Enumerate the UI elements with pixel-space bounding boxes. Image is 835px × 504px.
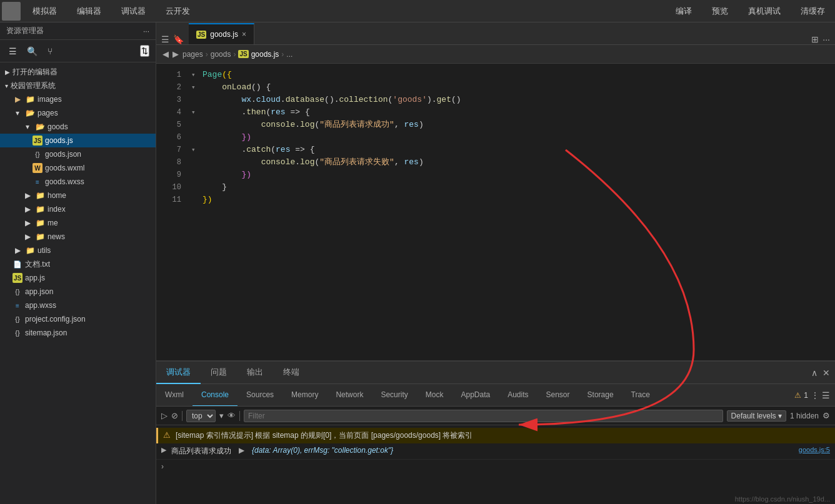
tree-item-app-wxss[interactable]: ≡ app.wxss bbox=[0, 299, 156, 312]
sidebar-more-icon[interactable]: ··· bbox=[143, 27, 149, 36]
code-line-4: 4 ▾ .then(res => { bbox=[156, 106, 835, 119]
code-line-6: 6 }) bbox=[156, 131, 835, 144]
console-tab-console[interactable]: Console bbox=[192, 384, 238, 407]
console-prompt[interactable]: › bbox=[156, 460, 835, 473]
more-editor-icon[interactable]: ··· bbox=[822, 34, 830, 44]
code-line-2: 2 ▾ onLoad() { bbox=[156, 81, 835, 94]
tree-item-app-json[interactable]: {} app.json bbox=[0, 285, 156, 299]
console-tab-storage[interactable]: Storage bbox=[579, 384, 622, 407]
console-tab-appdata[interactable]: AppData bbox=[452, 384, 499, 407]
menu-item-debugger[interactable]: 调试器 bbox=[111, 0, 156, 22]
console-execute-btn[interactable]: ▷ bbox=[161, 411, 168, 420]
file-label-app-json: app.json bbox=[25, 287, 53, 296]
sidebar-search-btn[interactable]: 🔍 bbox=[24, 45, 40, 57]
default-levels-label: Default levels ▾ bbox=[731, 412, 782, 420]
tree-item-sitemap[interactable]: {} sitemap.json bbox=[0, 326, 156, 340]
console-output: ⚠ [sitemap 索引情况提示] 根据 sitemap 的规则[0]，当前页… bbox=[156, 425, 835, 504]
code-editor[interactable]: 1 ▾ Page({ 2 ▾ onLoad() { 3 bbox=[156, 64, 835, 360]
tree-item-pages[interactable]: ▾ 📂 pages bbox=[0, 106, 156, 120]
code-line-8: 8 console.log("商品列表请求失败", res) bbox=[156, 156, 835, 169]
log-expand-icon[interactable]: ▶ bbox=[161, 446, 166, 454]
code-line-3: 3 wx.cloud.database().collection('goods'… bbox=[156, 94, 835, 106]
debugger-tab-issues[interactable]: 问题 bbox=[201, 362, 237, 384]
console-tab-network[interactable]: Network bbox=[327, 384, 372, 407]
nav-back-btn[interactable]: ◀ bbox=[162, 49, 169, 59]
console-more-icon[interactable]: ⋮ bbox=[811, 390, 819, 400]
menu-item-cloud[interactable]: 云开发 bbox=[156, 0, 200, 22]
section-open-editors[interactable]: ▶ 打开的编辑器 bbox=[0, 65, 156, 79]
tree-item-goods-js[interactable]: JS goods.js bbox=[0, 134, 156, 147]
menu-preview[interactable]: 预览 bbox=[702, 0, 738, 22]
code-line-10: 10 } bbox=[156, 181, 835, 194]
breadcrumb-goods[interactable]: goods bbox=[211, 50, 231, 59]
default-levels-btn[interactable]: Default levels ▾ bbox=[727, 410, 786, 422]
breadcrumb-goods-js[interactable]: goods.js bbox=[251, 50, 279, 59]
tree-item-goods[interactable]: ▾ 📂 goods bbox=[0, 120, 156, 134]
console-tab-memory[interactable]: Memory bbox=[282, 384, 327, 407]
filter-input[interactable] bbox=[244, 410, 723, 422]
tree-item-news[interactable]: ▶ 📁 news bbox=[0, 230, 156, 244]
console-tab-audits[interactable]: Audits bbox=[499, 384, 537, 407]
sidebar-content: ▶ 打开的编辑器 ▾ 校园管理系统 ▶ 📁 images ▾ 📂 bbox=[0, 62, 156, 504]
tree-item-utils[interactable]: ▶ 📁 utils bbox=[0, 244, 156, 257]
tab-close-btn[interactable]: × bbox=[242, 30, 246, 39]
breadcrumb-more[interactable]: ... bbox=[286, 50, 292, 59]
line-num-6: 6 bbox=[161, 131, 181, 144]
editor-toolbar: ◀ ▶ pages › goods › JS goods.js › ... bbox=[156, 45, 835, 64]
tab-goods-js[interactable]: JS goods.js × bbox=[189, 23, 254, 44]
split-editor-icon[interactable]: ⊞ bbox=[811, 34, 819, 44]
tree-item-images[interactable]: ▶ 📁 images bbox=[0, 92, 156, 106]
sidebar-collapse-btn[interactable]: ⇅ bbox=[140, 45, 149, 57]
menu-item-editor[interactable]: 编辑器 bbox=[67, 0, 111, 22]
tree-item-goods-json[interactable]: {} goods.json bbox=[0, 147, 156, 161]
console-tab-sensor[interactable]: Sensor bbox=[538, 384, 579, 407]
console-settings-icon[interactable]: ☰ bbox=[822, 390, 830, 400]
file-icon-goods-js: JS bbox=[32, 136, 42, 146]
gear-icon[interactable]: ⚙ bbox=[822, 411, 830, 420]
sidebar-toggle-btn[interactable]: ☰ bbox=[6, 45, 19, 57]
debugger-tab-output[interactable]: 输出 bbox=[237, 362, 273, 384]
view-icon[interactable]: ☰ bbox=[161, 34, 169, 44]
menu-item-simulator[interactable]: 模拟器 bbox=[22, 0, 67, 22]
bookmark-icon[interactable]: 🔖 bbox=[173, 34, 184, 44]
folder-label-me: me bbox=[48, 219, 58, 227]
tree-item-index[interactable]: ▶ 📁 index bbox=[0, 202, 156, 216]
console-tab-wxml[interactable]: Wxml bbox=[156, 384, 192, 407]
line-arrow-2[interactable]: ▾ bbox=[191, 81, 200, 94]
console-tab-security[interactable]: Security bbox=[372, 384, 416, 407]
line-num-9: 9 bbox=[161, 169, 181, 181]
tree-item-goods-wxss[interactable]: ≡ goods.wxss bbox=[0, 175, 156, 189]
tree-item-project-config[interactable]: {} project.config.json bbox=[0, 312, 156, 326]
line-arrow-1[interactable]: ▾ bbox=[191, 69, 200, 81]
debugger-tab-terminal[interactable]: 终端 bbox=[273, 362, 309, 384]
console-tab-trace[interactable]: Trace bbox=[622, 384, 659, 407]
line-arrow-7[interactable]: ▾ bbox=[191, 144, 200, 156]
tree-item-me[interactable]: ▶ 📁 me bbox=[0, 216, 156, 230]
menu-real-debug[interactable]: 真机调试 bbox=[738, 0, 791, 22]
tree-item-home[interactable]: ▶ 📁 home bbox=[0, 189, 156, 202]
line-arrow-4[interactable]: ▾ bbox=[191, 106, 200, 119]
top-context-select[interactable]: top bbox=[186, 410, 216, 422]
debugger-close-btn[interactable]: ✕ bbox=[822, 368, 830, 378]
menu-compile[interactable]: 编译 bbox=[666, 0, 702, 22]
tree-item-app-js[interactable]: JS app.js bbox=[0, 271, 156, 285]
section-project[interactable]: ▾ 校园管理系统 bbox=[0, 79, 156, 92]
log-source-link[interactable]: goods.js:5 bbox=[799, 446, 830, 453]
menu-clear-cache[interactable]: 清缓存 bbox=[791, 0, 835, 22]
tree-item-doc-txt[interactable]: 📄 文档.txt bbox=[0, 257, 156, 271]
console-block-btn[interactable]: ⊘ bbox=[171, 411, 178, 420]
file-icon-project-config: {} bbox=[12, 314, 22, 324]
debugger-tab-debugger[interactable]: 调试器 bbox=[156, 362, 201, 384]
eye-icon-btn[interactable]: 👁 bbox=[228, 411, 236, 420]
breadcrumb-pages[interactable]: pages bbox=[182, 50, 203, 59]
sidebar-branch-btn[interactable]: ⑂ bbox=[45, 45, 55, 57]
console-tab-mock[interactable]: Mock bbox=[417, 384, 452, 407]
file-icon-app-json: {} bbox=[12, 287, 22, 297]
debugger-minimize-btn[interactable]: ∧ bbox=[811, 368, 818, 378]
file-icon-goods-wxss: ≡ bbox=[32, 177, 42, 187]
nav-forward-btn[interactable]: ▶ bbox=[172, 49, 179, 59]
tree-item-goods-wxml[interactable]: W goods.wxml bbox=[0, 161, 156, 175]
context-dropdown-btn[interactable]: ▾ bbox=[219, 411, 224, 420]
code-content-5: console.log("商品列表请求成功", res) bbox=[202, 119, 830, 131]
console-tab-sources[interactable]: Sources bbox=[238, 384, 282, 407]
